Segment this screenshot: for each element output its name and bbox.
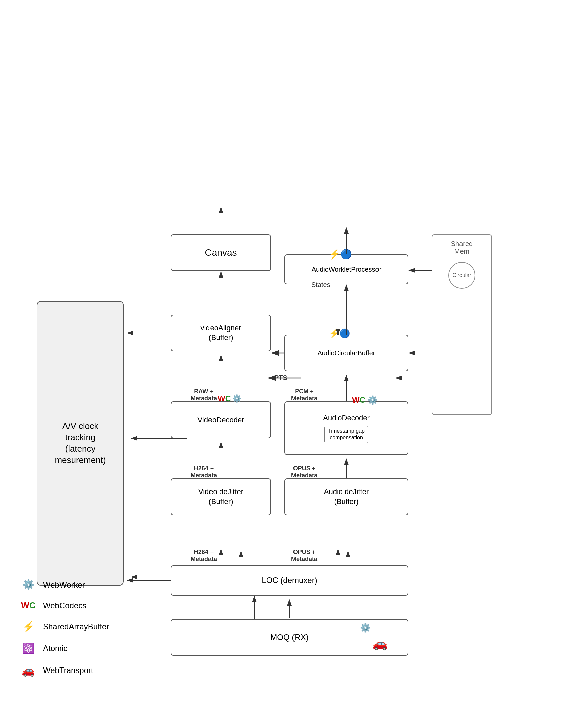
legend-shared-array-label: SharedArrayBuffer xyxy=(43,622,109,631)
audio-dejitter-box: Audio deJitter(Buffer) xyxy=(285,479,408,515)
engine-legend-icon: ⚙️ xyxy=(20,579,37,590)
pcm-metadata-label: PCM +Metadata xyxy=(291,388,317,402)
opus-metadata-label-1: OPUS +Metadata xyxy=(291,465,317,479)
legend-webcodecs-label: WebCodecs xyxy=(43,601,86,610)
audio-decoder-box: WC ⚙️ AudioDecoder Timestamp gapcompensa… xyxy=(285,401,408,455)
av-clock-box: A/V clocktracking(latencymesurement) xyxy=(37,301,124,586)
video-dejitter-box: Video deJitter(Buffer) xyxy=(171,479,271,515)
legend-atomic-label: Atomic xyxy=(43,644,67,653)
legend-webcodecs: WC WebCodecs xyxy=(20,600,109,611)
legend-webworker-label: WebWorker xyxy=(43,580,85,590)
loc-demuxer-box: LOC (demuxer) xyxy=(171,565,408,595)
shared-array-icon: ⚡🔵 xyxy=(329,248,352,260)
video-decoder-box: VideoDecoder xyxy=(171,401,271,438)
shared-mem-label: SharedMem xyxy=(451,240,473,255)
opus-metadata-label-2: OPUS +Metadata xyxy=(291,549,317,563)
video-aligner-box: videoAligner(Buffer) xyxy=(171,315,271,351)
legend: ⚙️ WebWorker WC WebCodecs ⚡ SharedArrayB… xyxy=(20,579,109,677)
shared-array-icon2: ⚡🔵 xyxy=(329,328,350,339)
moq-rx-box: MOQ (RX) 🚗 ⚙️ xyxy=(171,619,408,656)
raw-metadata-label: RAW +Metadata xyxy=(191,388,217,402)
legend-webtransport: 🚗 WebTransport xyxy=(20,664,109,677)
pts-label: PTS xyxy=(274,374,288,382)
h264-metadata-label-1: H264 +Metadata xyxy=(191,465,217,479)
diagram-container: Canvas videoAligner(Buffer) VideoDecoder… xyxy=(0,0,588,717)
legend-webtransport-label: WebTransport xyxy=(43,666,93,675)
audio-worklet-box: ⚡🔵 AudioWorkletProcessor xyxy=(285,254,408,284)
audio-circular-buffer-box: ⚡🔵 AudioCircularBuffer xyxy=(285,335,408,372)
car-icon: 🚗 xyxy=(373,636,387,652)
car-legend-icon: 🚗 xyxy=(20,664,37,677)
wc-legend-icon: WC xyxy=(20,600,37,611)
h264-metadata-label-2: H264 +Metadata xyxy=(191,549,217,563)
legend-shared-array: ⚡ SharedArrayBuffer xyxy=(20,620,109,632)
legend-webworker: ⚙️ WebWorker xyxy=(20,579,109,590)
states-label: States xyxy=(311,281,330,289)
engine-icon-moq: ⚙️ xyxy=(360,622,371,634)
shared-mem-box: SharedMem Circular xyxy=(432,234,492,415)
legend-atomic: ⚛️ Atomic xyxy=(20,642,109,654)
wc-icon-video: WC ⚙️ xyxy=(217,394,241,403)
wc-icon-audio: WC ⚙️ xyxy=(352,395,378,405)
thunder-legend-icon: ⚡ xyxy=(20,620,37,632)
canvas-box: Canvas xyxy=(171,234,271,271)
timestamp-gap-box: Timestamp gapcompensation xyxy=(324,426,369,444)
circular-label: Circular xyxy=(448,262,475,289)
atom-legend-icon: ⚛️ xyxy=(20,642,37,654)
